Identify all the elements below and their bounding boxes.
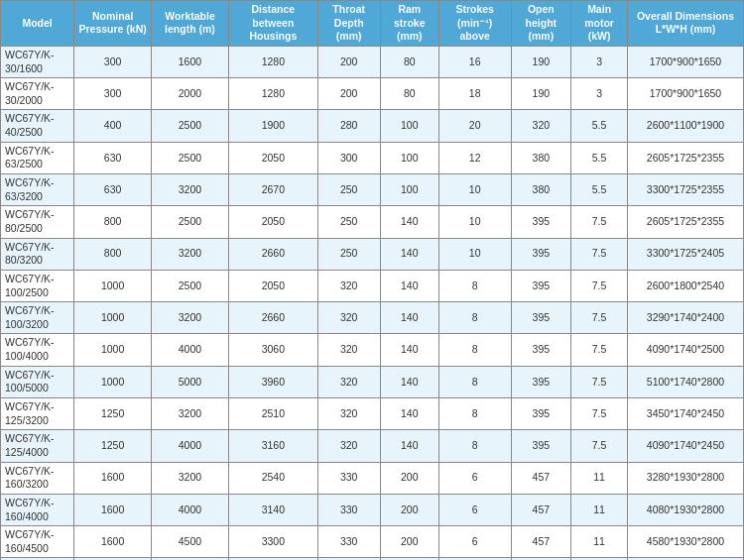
data-cell: 320	[317, 366, 380, 397]
data-cell: 2000	[151, 78, 228, 110]
data-cell: 2510	[228, 398, 317, 430]
data-cell: 395	[511, 238, 571, 270]
data-cell: 395	[511, 430, 571, 462]
data-cell: 380	[511, 142, 571, 173]
data-cell: 2605*1725*2355	[627, 206, 743, 238]
data-cell: 80	[380, 46, 438, 77]
data-cell: 2500	[151, 142, 228, 173]
column-header-0: Model	[1, 1, 74, 47]
model-cell: WC67Y/K-63/3200	[1, 174, 74, 206]
data-cell: 457	[511, 526, 571, 558]
model-cell: WC67Y/K-80/3200	[1, 238, 74, 270]
data-cell: 140	[380, 238, 438, 270]
data-cell: 190	[511, 78, 571, 110]
data-cell: 5.5	[571, 174, 628, 206]
data-cell: 4090*1740*2500	[627, 334, 743, 366]
data-cell: 16	[438, 46, 511, 77]
data-cell: 330	[317, 526, 380, 558]
data-cell: 280	[317, 110, 380, 142]
data-cell: 3	[571, 78, 628, 110]
data-cell: 10	[438, 206, 511, 238]
data-cell: 1600	[74, 494, 152, 525]
data-cell: 1000	[74, 270, 152, 301]
data-cell: 18	[438, 78, 511, 110]
data-cell: 3200	[151, 398, 228, 430]
table-row: WC67Y/K-125/320012503200251032014083957.…	[1, 398, 744, 430]
data-cell: 1000	[74, 302, 152, 334]
data-cell: 2670	[228, 174, 317, 206]
data-cell: 1280	[228, 78, 317, 110]
data-cell: 200	[317, 46, 380, 77]
data-cell: 3960	[228, 366, 317, 397]
model-cell: WC67Y/K-30/2000	[1, 78, 74, 110]
data-cell: 8	[438, 270, 511, 301]
data-cell: 2600*1800*2540	[627, 270, 743, 301]
data-cell: 6	[438, 494, 511, 525]
data-cell: 1280	[228, 46, 317, 77]
data-cell: 800	[74, 238, 152, 270]
column-header-3: Distance between Housings	[228, 1, 317, 47]
data-cell: 200	[317, 78, 380, 110]
data-cell: 4580*1930*2800	[627, 526, 743, 558]
table-row: WC67Y/K-80/250080025002050250140103957.5…	[1, 206, 744, 238]
data-cell: 3450*1740*2450	[627, 398, 743, 430]
model-cell: WC67Y/K-30/1600	[1, 46, 74, 77]
data-cell: 300	[317, 142, 380, 173]
data-cell: 630	[74, 142, 152, 173]
table-row: WC67Y/K-160/4000160040003140330200645711…	[1, 494, 744, 525]
data-cell: 11	[571, 462, 628, 494]
data-cell: 300	[74, 78, 152, 110]
table-row: WC67Y/K-63/320063032002670250100103805.5…	[1, 174, 744, 206]
data-cell: 1600	[151, 46, 228, 77]
data-cell: 2500	[151, 110, 228, 142]
table-row: WC67Y/K-100/250010002500205032014083957.…	[1, 270, 744, 301]
table-row: WC67Y/K-100/500010005000396032014083957.…	[1, 366, 744, 397]
table-row: WC67Y/K-30/16003001600128020080161903170…	[1, 46, 744, 77]
column-header-6: Strokes (min⁻¹) above	[438, 1, 511, 47]
table-row: WC67Y/K-63/250063025002050300100123805.5…	[1, 142, 744, 173]
model-cell: WC67Y/K-160/4000	[1, 494, 74, 525]
data-cell: 100	[380, 142, 438, 173]
data-cell: 4500	[151, 526, 228, 558]
data-cell: 2050	[228, 270, 317, 301]
data-cell: 10	[438, 174, 511, 206]
data-cell: 1600	[74, 462, 152, 494]
data-cell: 100	[380, 110, 438, 142]
data-cell: 7.5	[571, 334, 628, 366]
data-cell: 4080*1930*2800	[627, 494, 743, 525]
data-cell: 630	[74, 174, 152, 206]
data-cell: 5.5	[571, 110, 628, 142]
model-cell: WC67Y/K-80/2500	[1, 206, 74, 238]
model-cell: WC67Y/K-100/5000	[1, 366, 74, 397]
data-cell: 8	[438, 302, 511, 334]
data-cell: 4000	[151, 494, 228, 525]
data-cell: 200	[380, 494, 438, 525]
table-row: WC67Y/K-100/400010004000306032014083957.…	[1, 334, 744, 366]
data-cell: 320	[317, 270, 380, 301]
data-cell: 2500	[151, 206, 228, 238]
data-cell: 3	[571, 46, 628, 77]
data-cell: 140	[380, 398, 438, 430]
data-cell: 395	[511, 366, 571, 397]
column-header-2: Worktable length (m)	[151, 1, 228, 47]
data-cell: 320	[317, 398, 380, 430]
data-cell: 1000	[74, 334, 152, 366]
data-cell: 2540	[228, 462, 317, 494]
data-cell: 1000	[74, 366, 152, 397]
data-cell: 250	[317, 174, 380, 206]
data-cell: 8	[438, 398, 511, 430]
data-cell: 3160	[228, 430, 317, 462]
column-header-4: Throat Depth (mm)	[317, 1, 380, 47]
data-cell: 7.5	[571, 302, 628, 334]
data-cell: 4000	[151, 334, 228, 366]
data-cell: 1700*900*1650	[627, 46, 743, 77]
data-cell: 6	[438, 526, 511, 558]
data-cell: 320	[317, 334, 380, 366]
data-cell: 395	[511, 302, 571, 334]
data-cell: 800	[74, 206, 152, 238]
data-cell: 1600	[74, 526, 152, 558]
data-cell: 250	[317, 238, 380, 270]
column-header-8: Main motor (kW)	[571, 1, 628, 47]
data-cell: 190	[511, 46, 571, 77]
data-cell: 11	[571, 494, 628, 525]
